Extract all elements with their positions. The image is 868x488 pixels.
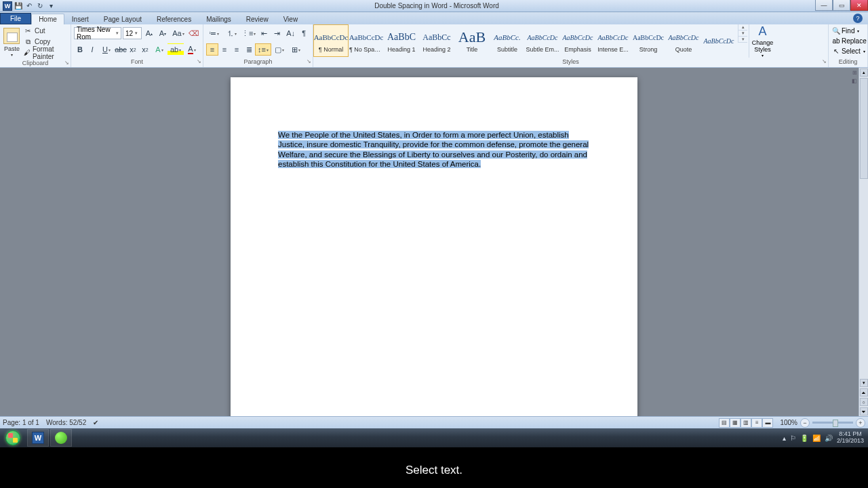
justify-button[interactable]: ≣ bbox=[243, 43, 255, 56]
style-quote[interactable]: AaBbCcDcQuote bbox=[666, 24, 701, 57]
tray-network-icon[interactable]: 📶 bbox=[812, 434, 821, 442]
web-view-icon[interactable]: ▥ bbox=[741, 418, 751, 428]
styles-launcher-icon[interactable]: ↘ bbox=[822, 58, 827, 64]
underline-button[interactable]: U▾ bbox=[98, 43, 115, 56]
style--normal[interactable]: AaBbCcDc¶ Normal bbox=[313, 24, 349, 57]
fullscreen-view-icon[interactable]: ▦ bbox=[730, 418, 741, 428]
proofing-icon[interactable]: ✔ bbox=[93, 419, 98, 426]
align-right-button[interactable]: ≡ bbox=[231, 43, 243, 56]
tray-flag-icon[interactable]: ⚐ bbox=[790, 434, 796, 442]
font-launcher-icon[interactable]: ↘ bbox=[197, 58, 201, 64]
decrease-indent-button[interactable]: ⇤ bbox=[258, 27, 271, 39]
style-heading-1[interactable]: AaBbCHeading 1 bbox=[384, 24, 419, 57]
style-title[interactable]: AaBTitle bbox=[454, 24, 490, 57]
word-count[interactable]: Words: 52/52 bbox=[46, 419, 86, 426]
style-intense-e-[interactable]: AaBbCcDcIntense E... bbox=[595, 24, 631, 57]
tab-page-layout[interactable]: Page Layout bbox=[96, 14, 149, 24]
font-size-combo[interactable]: 12▾ bbox=[123, 27, 142, 39]
redo-icon[interactable]: ↻ bbox=[35, 1, 45, 11]
style-subtitle[interactable]: AaBbCc.Subtitle bbox=[490, 24, 525, 57]
grow-font-button[interactable]: A▴ bbox=[143, 27, 155, 39]
tray-show-hidden-icon[interactable]: ▴ bbox=[783, 434, 786, 442]
multilevel-button[interactable]: ⋮≡▾ bbox=[241, 27, 257, 39]
maximize-button[interactable]: ▭ bbox=[833, 0, 850, 11]
tab-review[interactable]: Review bbox=[239, 14, 276, 24]
zoom-out-button[interactable]: − bbox=[800, 418, 810, 428]
align-center-button[interactable]: ≡ bbox=[218, 43, 231, 56]
change-styles-button[interactable]: A Change Styles ▾ bbox=[749, 24, 776, 58]
minimize-button[interactable]: — bbox=[815, 0, 833, 11]
italic-button[interactable]: I bbox=[86, 43, 98, 56]
change-case-button[interactable]: Aa▾ bbox=[170, 27, 186, 39]
bullets-button[interactable]: ≔▾ bbox=[206, 27, 222, 39]
document-page[interactable]: We the People of the United States, in O… bbox=[231, 77, 637, 416]
clock[interactable]: 8:41 PM 2/19/2013 bbox=[837, 431, 864, 445]
page-status[interactable]: Page: 1 of 1 bbox=[3, 419, 39, 426]
highlight-button[interactable]: ab▾ bbox=[167, 43, 184, 56]
superscript-button[interactable]: x2 bbox=[139, 43, 151, 56]
selected-text[interactable]: We the People of the United States, in O… bbox=[278, 131, 589, 168]
style-strong[interactable]: AaBbCcDcStrong bbox=[631, 24, 666, 57]
help-icon[interactable]: ? bbox=[853, 14, 863, 23]
clear-formatting-button[interactable]: ⌫ bbox=[188, 27, 200, 39]
print-layout-view-icon[interactable]: ▤ bbox=[719, 418, 730, 428]
tab-insert[interactable]: Insert bbox=[64, 14, 96, 24]
zoom-in-button[interactable]: + bbox=[856, 418, 865, 428]
taskbar-app[interactable] bbox=[50, 429, 72, 447]
draft-view-icon[interactable]: ▬ bbox=[762, 418, 773, 428]
start-button[interactable] bbox=[0, 428, 26, 447]
browse-next-icon[interactable]: ⏷ bbox=[860, 407, 868, 415]
browse-prev-icon[interactable]: ⏶ bbox=[860, 388, 868, 396]
numbering-button[interactable]: ⒈▾ bbox=[224, 27, 240, 39]
find-button[interactable]: 🔍Find▾ bbox=[830, 26, 861, 36]
show-marks-button[interactable]: ¶ bbox=[298, 27, 310, 39]
scroll-thumb[interactable] bbox=[860, 78, 868, 179]
bold-button[interactable]: B bbox=[74, 43, 86, 56]
tab-view[interactable]: View bbox=[276, 14, 306, 24]
style-subtle-em-[interactable]: AaBbCcDcSubtle Em... bbox=[525, 24, 560, 57]
align-left-button[interactable]: ≡ bbox=[206, 43, 218, 56]
font-name-combo[interactable]: Times New Rom▾ bbox=[74, 27, 121, 39]
outline-view-icon[interactable]: ≡ bbox=[751, 418, 762, 428]
shrink-font-button[interactable]: A▾ bbox=[157, 27, 169, 39]
styles-down-icon[interactable]: ▾ bbox=[738, 30, 747, 37]
document-map-icon[interactable]: ◧ bbox=[851, 77, 858, 84]
style-heading-2[interactable]: AaBbCcHeading 2 bbox=[419, 24, 454, 57]
replace-button[interactable]: abReplace bbox=[830, 36, 868, 46]
line-spacing-button[interactable]: ↕≡▾ bbox=[255, 43, 271, 56]
sort-button[interactable]: A↓ bbox=[285, 27, 297, 39]
tab-references[interactable]: References bbox=[149, 14, 199, 24]
styles-more-icon[interactable]: ▾ bbox=[738, 37, 747, 43]
scroll-up-icon[interactable]: ▴ bbox=[860, 68, 868, 77]
tray-power-icon[interactable]: 🔋 bbox=[800, 434, 808, 442]
tab-mailings[interactable]: Mailings bbox=[199, 14, 239, 24]
clipboard-launcher-icon[interactable]: ↘ bbox=[64, 60, 69, 66]
qat-dropdown-icon[interactable]: ▾ bbox=[46, 1, 56, 11]
strikethrough-button[interactable]: abc bbox=[115, 43, 127, 56]
text-effects-button[interactable]: A▾ bbox=[151, 43, 167, 56]
taskbar-word[interactable]: W bbox=[27, 429, 49, 447]
scroll-down-icon[interactable]: ▾ bbox=[860, 379, 868, 387]
font-color-button[interactable]: A▾ bbox=[184, 43, 200, 56]
save-icon[interactable]: 💾 bbox=[14, 1, 23, 11]
zoom-level[interactable]: 100% bbox=[780, 419, 797, 426]
style-emphasis[interactable]: AaBbCcDcEmphasis bbox=[560, 24, 595, 57]
tab-home[interactable]: Home bbox=[31, 14, 64, 24]
select-button[interactable]: ↖Select▾ bbox=[830, 46, 867, 56]
increase-indent-button[interactable]: ⇥ bbox=[271, 27, 283, 39]
borders-button[interactable]: ⊞▾ bbox=[288, 43, 304, 56]
zoom-slider[interactable] bbox=[812, 422, 853, 424]
shading-button[interactable]: ▢▾ bbox=[271, 43, 288, 56]
close-button[interactable]: ✕ bbox=[850, 0, 868, 11]
word-icon[interactable]: W bbox=[3, 1, 12, 11]
styles-up-icon[interactable]: ▴ bbox=[738, 24, 747, 30]
paste-button[interactable]: Paste ▾ bbox=[3, 26, 21, 58]
style--no-spaci-[interactable]: AaBbCcDc¶ No Spaci... bbox=[349, 24, 384, 57]
browse-object-icon[interactable]: ○ bbox=[860, 398, 868, 406]
cut-button[interactable]: ✂Cut bbox=[22, 26, 68, 36]
vertical-scrollbar[interactable]: ▴ ▾ ⏶ ○ ⏷ bbox=[859, 68, 868, 416]
ruler-toggle-icon[interactable]: ⊞ bbox=[851, 69, 858, 76]
tab-file[interactable]: File bbox=[0, 13, 31, 24]
subscript-button[interactable]: x2 bbox=[127, 43, 139, 56]
paragraph-launcher-icon[interactable]: ↘ bbox=[307, 58, 311, 64]
